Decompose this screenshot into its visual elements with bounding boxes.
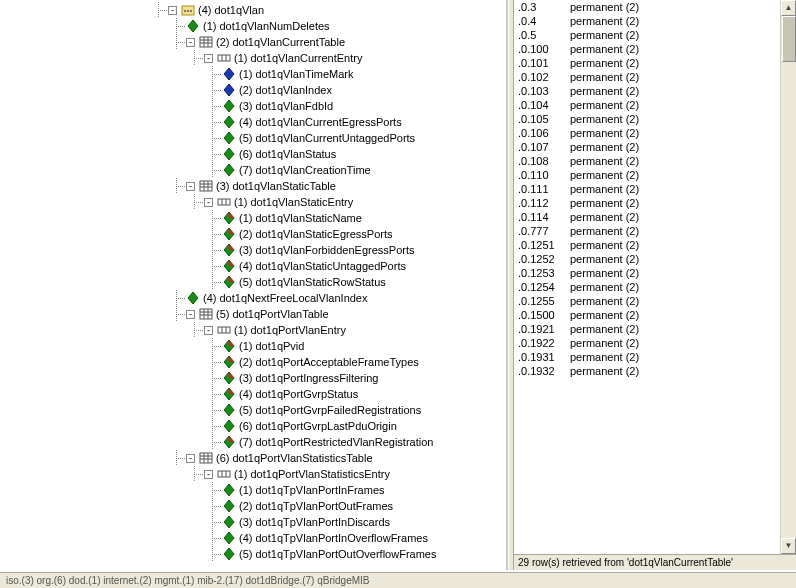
mib-tree[interactable]: -(4) dot1qVlan(1) dot1qVlanNumDeletes-(2… [0,0,508,570]
tree-node[interactable]: -(3) dot1qVlanStaticTable [0,178,506,194]
collapse-icon[interactable]: - [204,198,213,207]
collapse-icon[interactable]: - [168,6,177,15]
tree-node[interactable]: -(4) dot1qVlan [0,2,506,18]
tree-node-label: (5) dot1qPortGvrpFailedRegistrations [239,404,421,416]
result-row[interactable]: .0.107permanent (2) [518,140,776,154]
tree-node[interactable]: (5) dot1qVlanCurrentUntaggedPorts [0,130,506,146]
tree-node[interactable]: -(1) dot1qVlanStaticEntry [0,194,506,210]
result-row[interactable]: .0.1922permanent (2) [518,336,776,350]
result-row[interactable]: .0.1253permanent (2) [518,266,776,280]
result-row[interactable]: .0.111permanent (2) [518,182,776,196]
tree-node[interactable]: (5) dot1qVlanStaticRowStatus [0,274,506,290]
result-index: .0.1254 [518,281,570,293]
result-row[interactable]: .0.105permanent (2) [518,112,776,126]
collapse-icon[interactable]: - [204,470,213,479]
result-row[interactable]: .0.112permanent (2) [518,196,776,210]
tree-node[interactable]: (3) dot1qVlanFdbId [0,98,506,114]
tree-node[interactable]: (4) dot1qNextFreeLocalVlanIndex [0,290,506,306]
tree-node[interactable]: (1) dot1qVlanNumDeletes [0,18,506,34]
result-row[interactable]: .0.1251permanent (2) [518,238,776,252]
collapse-icon[interactable]: - [204,326,213,335]
tree-node[interactable]: (3) dot1qVlanForbiddenEgressPorts [0,242,506,258]
tree-node[interactable]: -(1) dot1qPortVlanEntry [0,322,506,338]
tree-node[interactable]: (1) dot1qVlanStaticName [0,210,506,226]
result-index: .0.102 [518,71,570,83]
result-row[interactable]: .0.100permanent (2) [518,42,776,56]
result-row[interactable]: .0.777permanent (2) [518,224,776,238]
result-row[interactable]: .0.102permanent (2) [518,70,776,84]
tree-node[interactable]: -(1) dot1qVlanCurrentEntry [0,50,506,66]
tree-node-label: (6) dot1qPortGvrpLastPduOrigin [239,420,397,432]
result-row[interactable]: .0.4permanent (2) [518,14,776,28]
tree-node[interactable]: (4) dot1qVlanStaticUntaggedPorts [0,258,506,274]
collapse-icon[interactable]: - [186,38,195,47]
tree-node[interactable]: (5) dot1qTpVlanPortOutOverflowFrames [0,546,506,562]
result-row[interactable]: .0.103permanent (2) [518,84,776,98]
tree-node[interactable]: (6) dot1qPortGvrpLastPduOrigin [0,418,506,434]
tree-node[interactable]: (1) dot1qTpVlanPortInFrames [0,482,506,498]
result-row[interactable]: .0.114permanent (2) [518,210,776,224]
result-row[interactable]: .0.1932permanent (2) [518,364,776,378]
tree-node[interactable]: (2) dot1qPortAcceptableFrameTypes [0,354,506,370]
result-value: permanent (2) [570,141,776,153]
tree-node-label: (1) dot1qVlanNumDeletes [203,20,330,32]
collapse-icon[interactable]: - [186,310,195,319]
tree-node[interactable]: (1) dot1qPvid [0,338,506,354]
result-row[interactable]: .0.108permanent (2) [518,154,776,168]
tree-node[interactable]: (4) dot1qPortGvrpStatus [0,386,506,402]
tree-node[interactable]: (4) dot1qTpVlanPortInOverflowFrames [0,530,506,546]
tree-node-label: (4) dot1qNextFreeLocalVlanIndex [203,292,367,304]
result-value: permanent (2) [570,43,776,55]
tree-node-label: (1) dot1qVlanCurrentEntry [234,52,362,64]
leaf-green-icon [186,19,200,33]
scrollbar-vertical[interactable]: ▲ ▼ [780,0,796,554]
tree-node[interactable]: (3) dot1qTpVlanPortInDiscards [0,514,506,530]
tree-node[interactable]: (2) dot1qVlanIndex [0,82,506,98]
collapse-icon[interactable]: - [204,54,213,63]
tree-node[interactable]: -(2) dot1qVlanCurrentTable [0,34,506,50]
collapse-icon[interactable]: - [186,454,195,463]
result-row[interactable]: .0.1931permanent (2) [518,350,776,364]
tree-node[interactable]: (3) dot1qPortIngressFiltering [0,370,506,386]
scroll-thumb[interactable] [782,16,796,62]
tree-node-label: (7) dot1qPortRestrictedVlanRegistration [239,436,433,448]
scroll-down-button[interactable]: ▼ [781,538,796,554]
svg-rect-12 [200,181,212,191]
result-row[interactable]: .0.3permanent (2) [518,0,776,14]
svg-rect-4 [200,37,212,47]
tree-node[interactable]: -(6) dot1qPortVlanStatisticsTable [0,450,506,466]
tree-node[interactable]: (6) dot1qVlanStatus [0,146,506,162]
tree-node[interactable]: (2) dot1qVlanStaticEgressPorts [0,226,506,242]
result-index: .0.1500 [518,309,570,321]
tree-node[interactable]: (5) dot1qPortGvrpFailedRegistrations [0,402,506,418]
result-row[interactable]: .0.5permanent (2) [518,28,776,42]
leaf-green-icon [222,403,236,417]
tree-node[interactable]: (7) dot1qVlanCreationTime [0,162,506,178]
svg-rect-25 [218,327,230,333]
result-row[interactable]: .0.1252permanent (2) [518,252,776,266]
result-row[interactable]: .0.1254permanent (2) [518,280,776,294]
result-row[interactable]: .0.1500permanent (2) [518,308,776,322]
result-index: .0.4 [518,15,570,27]
result-value: permanent (2) [570,365,776,377]
tree-node[interactable]: -(1) dot1qPortVlanStatisticsEntry [0,466,506,482]
result-row[interactable]: .0.110permanent (2) [518,168,776,182]
tree-node-label: (1) dot1qVlanStaticEntry [234,196,353,208]
result-row[interactable]: .0.101permanent (2) [518,56,776,70]
result-row[interactable]: .0.106permanent (2) [518,126,776,140]
tree-node[interactable]: (4) dot1qVlanCurrentEgressPorts [0,114,506,130]
tree-node[interactable]: (1) dot1qVlanTimeMark [0,66,506,82]
collapse-icon[interactable]: - [186,182,195,191]
result-row[interactable]: .0.104permanent (2) [518,98,776,112]
result-index: .0.1255 [518,295,570,307]
tree-node[interactable]: -(5) dot1qPortVlanTable [0,306,506,322]
result-value: permanent (2) [570,239,776,251]
tree-node[interactable]: (7) dot1qPortRestrictedVlanRegistration [0,434,506,450]
tree-node[interactable]: (2) dot1qTpVlanPortOutFrames [0,498,506,514]
result-value: permanent (2) [570,281,776,293]
scroll-up-button[interactable]: ▲ [781,0,796,16]
results-table[interactable]: .0.3permanent (2).0.4permanent (2).0.5pe… [514,0,780,554]
result-row[interactable]: .0.1921permanent (2) [518,322,776,336]
leaf-green-icon [222,499,236,513]
result-row[interactable]: .0.1255permanent (2) [518,294,776,308]
